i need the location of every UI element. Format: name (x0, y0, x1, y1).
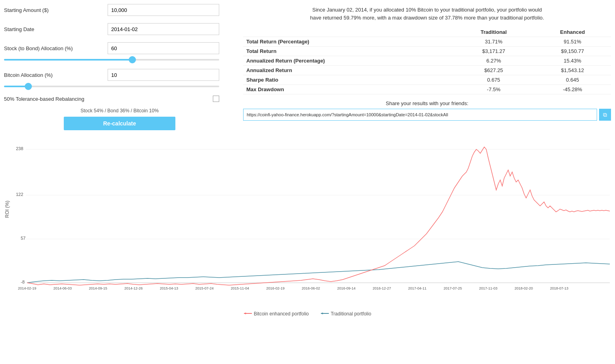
starting-amount-label: Starting Amount ($) (4, 7, 108, 13)
svg-text:57: 57 (21, 236, 26, 241)
legend-traditional-label: Traditional portfolio (331, 311, 371, 317)
metric-label: Total Return (Percentage) (243, 37, 453, 47)
legend-red-line (244, 311, 252, 317)
svg-text:2016-09-14: 2016-09-14 (337, 286, 356, 290)
table-row: Sharpe Ratio 0.675 0.645 (243, 75, 611, 85)
col-header-enhanced: Enhanced (534, 27, 611, 37)
starting-date-input[interactable] (108, 23, 219, 35)
enhanced-value: 15.43% (534, 56, 611, 66)
stock-allocation-slider[interactable] (4, 59, 219, 61)
enhanced-value: $1,543.12 (534, 66, 611, 75)
allocation-info: Stock 54% / Bond 36% / Bitcoin 10% (4, 108, 235, 114)
svg-text:2017-04-11: 2017-04-11 (408, 286, 426, 290)
svg-text:2018-02-20: 2018-02-20 (515, 286, 533, 290)
recalculate-button[interactable]: Re-calculate (64, 117, 175, 130)
col-header-metric (243, 27, 453, 37)
traditional-value: $3,171.27 (453, 47, 534, 56)
traditional-value: 0.675 (453, 75, 534, 85)
bitcoin-allocation-slider[interactable] (4, 86, 219, 87)
traditional-value: 6.27% (453, 56, 534, 66)
svg-text:2016-02-19: 2016-02-19 (266, 286, 285, 290)
metric-label: Sharpe Ratio (243, 75, 453, 85)
enhanced-value: 91.51% (534, 37, 611, 47)
svg-text:2016-06-02: 2016-06-02 (302, 286, 320, 290)
table-row: Total Return $3,171.27 $9,150.77 (243, 47, 611, 56)
stock-allocation-label: Stock (to Bond) Allocation (%) (4, 45, 108, 51)
svg-text:2016-12-27: 2016-12-27 (373, 286, 391, 290)
legend-enhanced-label: Bitcoin enhanced portfolio (254, 311, 309, 317)
share-url-input[interactable] (243, 109, 597, 121)
col-header-traditional: Traditional (453, 27, 534, 37)
svg-text:-8: -8 (21, 280, 25, 284)
starting-amount-input[interactable] (108, 4, 219, 16)
svg-text:2015-11-04: 2015-11-04 (231, 286, 249, 290)
svg-point-27 (245, 313, 246, 314)
svg-text:2014-09-15: 2014-09-15 (89, 286, 107, 290)
legend-blue-line (321, 311, 329, 317)
traditional-value: -7.5% (453, 85, 534, 94)
svg-text:238: 238 (16, 146, 23, 151)
svg-text:2014-12-26: 2014-12-26 (124, 286, 143, 290)
share-label: Share your results with your friends: (243, 100, 611, 106)
svg-text:2018-07-13: 2018-07-13 (550, 286, 568, 290)
svg-text:2014-06-03: 2014-06-03 (53, 286, 72, 290)
table-row: Total Return (Percentage) 31.71% 91.51% (243, 37, 611, 47)
copy-icon: ⧉ (603, 112, 607, 118)
copy-button[interactable]: ⧉ (599, 109, 611, 121)
svg-text:2014-02-19: 2014-02-19 (18, 286, 36, 290)
traditional-value: $627.25 (453, 66, 534, 75)
svg-text:2015-07-24: 2015-07-24 (195, 286, 214, 290)
metric-label: Max Drawdown (243, 85, 453, 94)
metric-label: Annualized Return (243, 66, 453, 75)
svg-text:2017-11-03: 2017-11-03 (479, 286, 497, 290)
enhanced-value: $9,150.77 (534, 47, 611, 56)
table-row: Annualized Return (Percentage) 6.27% 15.… (243, 56, 611, 66)
stock-allocation-input[interactable] (108, 42, 219, 54)
svg-text:2015-04-13: 2015-04-13 (160, 286, 178, 290)
traditional-value: 31.71% (453, 37, 534, 47)
tolerance-checkbox[interactable] (213, 96, 219, 102)
chart-svg: 238 122 57 -8 ROI (%) 2014-02-19 2014-06… (4, 138, 615, 309)
chart-legend: Bitcoin enhanced portfolio Traditional p… (4, 311, 611, 317)
enhanced-value: 0.645 (534, 75, 611, 85)
results-intro: Since January 02, 2014, if you allocated… (308, 6, 547, 22)
tolerance-label: 50% Tolerance-based Rebalancing (4, 96, 84, 102)
table-row: Max Drawdown -7.5% -45.28% (243, 85, 611, 94)
svg-text:2017-07-25: 2017-07-25 (444, 286, 462, 290)
table-row: Annualized Return $627.25 $1,543.12 (243, 66, 611, 75)
enhanced-value: -45.28% (534, 85, 611, 94)
metric-label: Total Return (243, 47, 453, 56)
starting-date-label: Starting Date (4, 26, 108, 32)
results-table: Traditional Enhanced Total Return (Perce… (243, 27, 611, 94)
svg-text:ROI (%): ROI (%) (4, 201, 10, 218)
bitcoin-allocation-input[interactable] (108, 69, 219, 81)
bitcoin-allocation-label: Bitcoin Allocation (%) (4, 72, 108, 78)
svg-point-29 (322, 313, 323, 314)
svg-text:122: 122 (16, 192, 23, 197)
metric-label: Annualized Return (Percentage) (243, 56, 453, 66)
